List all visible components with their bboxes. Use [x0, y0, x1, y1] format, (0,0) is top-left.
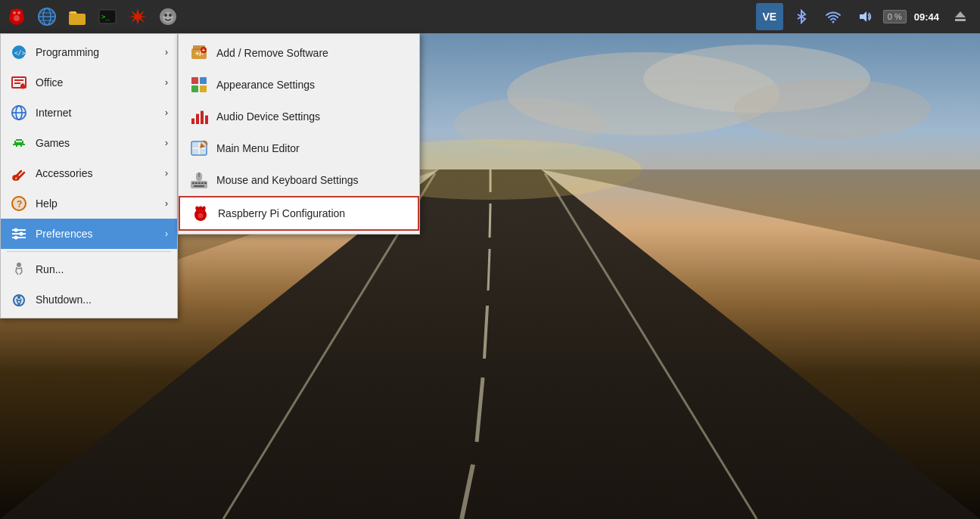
svg-rect-94 [201, 110, 204, 124]
svg-text:>_: >_ [101, 13, 110, 20]
main-menu-editor-icon [189, 138, 209, 158]
folder-icon [67, 7, 87, 26]
preferences-submenu: +/- + Add / Remove Software Appearance S… [178, 33, 420, 235]
globe-icon [37, 7, 57, 26]
svg-rect-60 [13, 144, 14, 145]
arrow-icon: › [165, 168, 168, 179]
svg-marker-42 [860, 11, 866, 22]
svg-rect-101 [192, 142, 198, 148]
svg-rect-92 [191, 118, 194, 124]
accessories-icon [10, 164, 28, 182]
help-icon: ? [10, 194, 28, 213]
svg-text:?: ? [17, 199, 22, 210]
svg-rect-112 [204, 182, 207, 184]
icecat-button[interactable] [154, 3, 182, 30]
submenu-raspberry-pi-config-label: Raspberry Pi Configuration [218, 207, 345, 219]
raspberry-menu-button[interactable] [3, 3, 30, 30]
office-icon [10, 73, 28, 92]
svg-rect-48 [14, 79, 23, 81]
add-remove-software-icon: +/- + [189, 43, 209, 63]
submenu-add-remove-software[interactable]: +/- + Add / Remove Software [179, 37, 419, 69]
terminal-button[interactable]: >_ [94, 3, 121, 30]
burst-icon [128, 7, 148, 26]
arrow-icon: › [165, 138, 168, 148]
wifi-svg [825, 8, 842, 25]
burst-button[interactable] [124, 3, 151, 30]
svg-rect-103 [192, 149, 198, 154]
svg-rect-111 [201, 182, 204, 184]
clock-text: 09:44 [914, 11, 939, 23]
svg-text:+: + [202, 47, 206, 54]
files-button[interactable] [64, 3, 91, 30]
svg-rect-72 [12, 233, 26, 235]
svg-line-3 [490, 204, 490, 238]
svg-rect-107 [191, 181, 207, 188]
browser-button[interactable] [33, 3, 61, 30]
svg-rect-62 [16, 145, 17, 147]
svg-point-81 [17, 296, 20, 299]
menu-item-shutdown[interactable]: Shutdown... [1, 284, 177, 315]
svg-rect-91 [200, 85, 207, 92]
svg-marker-34 [129, 8, 147, 25]
svg-line-4 [488, 249, 490, 291]
svg-rect-93 [196, 113, 199, 124]
battery-indicator: 0 % [883, 10, 907, 23]
appearance-settings-icon [189, 75, 209, 95]
svg-marker-43 [955, 11, 966, 17]
svg-point-74 [14, 228, 18, 232]
svg-text:</>: </> [14, 50, 26, 57]
submenu-mouse-keyboard-settings[interactable]: Mouse and Keyboard Settings [179, 164, 419, 196]
svg-rect-89 [200, 77, 207, 84]
submenu-appearance-settings[interactable]: Appearance Settings [179, 69, 419, 101]
svg-rect-57 [22, 141, 23, 142]
menu-item-internet[interactable]: Internet › [1, 98, 177, 128]
taskbar-right: VE [756, 3, 980, 30]
menu-item-games-label: Games [36, 137, 70, 149]
submenu-raspberry-pi-config[interactable]: Raspberry Pi Configuration [179, 196, 419, 231]
svg-rect-59 [14, 142, 23, 145]
svg-rect-61 [23, 144, 25, 145]
menu-item-accessories[interactable]: Accessories › [1, 158, 177, 188]
volume-icon[interactable] [851, 3, 879, 30]
submenu-main-menu-editor-label: Main Menu Editor [216, 142, 300, 154]
desktop: >_ [0, 0, 980, 519]
svg-point-22 [17, 11, 20, 14]
submenu-main-menu-editor[interactable]: Main Menu Editor [179, 132, 419, 164]
battery-label: 0 % [888, 12, 902, 21]
menu-item-office[interactable]: Office › [1, 67, 177, 98]
eject-button[interactable] [947, 3, 974, 30]
menu-item-shutdown-label: Shutdown... [36, 294, 92, 306]
menu-item-office-label: Office [36, 76, 63, 89]
menu-item-help[interactable]: ? Help › [1, 188, 177, 219]
svg-point-37 [164, 14, 167, 17]
keyboard-indicator[interactable]: VE [756, 3, 783, 30]
menu-item-internet-label: Internet [36, 107, 71, 119]
menu-item-programming[interactable]: </> Programming › [1, 37, 177, 67]
preferences-icon [10, 225, 28, 243]
submenu-add-remove-software-label: Add / Remove Software [216, 47, 328, 59]
svg-point-75 [20, 232, 23, 236]
run-icon [10, 260, 28, 278]
taskbar: >_ [0, 0, 980, 33]
menu-item-accessories-label: Accessories [36, 167, 92, 179]
svg-point-21 [13, 11, 16, 14]
svg-rect-104 [200, 149, 206, 154]
submenu-audio-device-settings[interactable]: Audio Device Settings [179, 101, 419, 132]
wifi-icon[interactable] [820, 3, 847, 30]
menu-item-preferences[interactable]: Preferences › [1, 219, 177, 249]
svg-point-77 [17, 263, 21, 267]
bluetooth-icon[interactable] [788, 3, 815, 30]
menu-item-help-label: Help [36, 197, 58, 210]
arrow-icon: › [165, 107, 168, 118]
games-icon [10, 134, 28, 152]
taskbar-left: >_ [0, 3, 182, 30]
menu-item-run-label: Run... [36, 263, 64, 275]
clock-display[interactable]: 09:44 [911, 11, 942, 23]
svg-point-36 [163, 12, 173, 23]
arrow-icon: › [165, 228, 168, 239]
menu-item-run[interactable]: Run... [1, 254, 177, 284]
bluetooth-svg [794, 9, 809, 24]
ve-label: VE [762, 11, 776, 23]
submenu-mouse-keyboard-settings-label: Mouse and Keyboard Settings [216, 174, 359, 186]
menu-item-games[interactable]: Games › [1, 128, 177, 158]
